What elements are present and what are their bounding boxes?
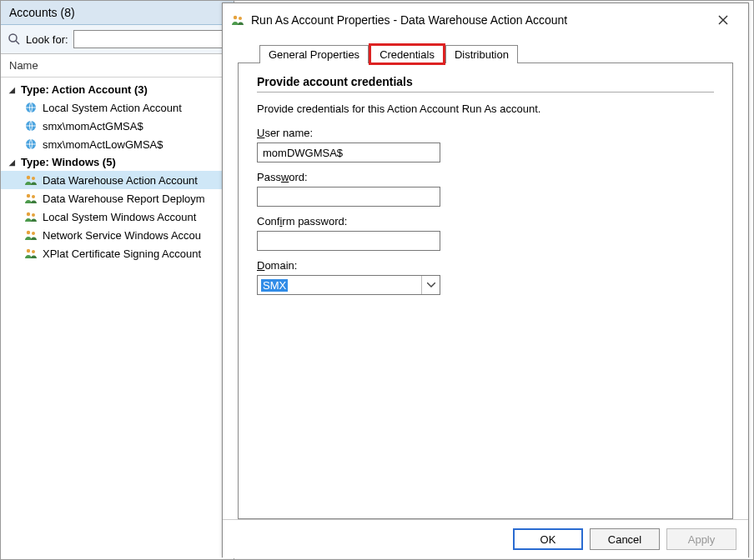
close-button[interactable] bbox=[706, 8, 740, 32]
tabstrip: General PropertiesCredentialsDistributio… bbox=[259, 45, 733, 63]
svg-point-0 bbox=[9, 34, 17, 42]
cancel-button[interactable]: Cancel bbox=[590, 528, 660, 550]
tab-general-properties[interactable]: General Properties bbox=[259, 45, 369, 63]
domain-combobox[interactable]: SMX bbox=[257, 275, 440, 295]
tab-credentials[interactable]: Credentials bbox=[370, 45, 444, 63]
tree-item[interactable]: XPlat Certificate Signing Account bbox=[1, 244, 234, 262]
tree-group-header[interactable]: ◢Type: Windows (5) bbox=[1, 153, 234, 171]
tree-item-label: Data Warehouse Report Deploym bbox=[43, 192, 205, 205]
tree-item[interactable]: Data Warehouse Report Deploym bbox=[1, 189, 234, 208]
tree-group-title: Type: Action Account (3) bbox=[21, 83, 148, 96]
svg-point-7 bbox=[27, 194, 30, 198]
tree-group-header[interactable]: ◢Type: Action Account (3) bbox=[1, 81, 234, 98]
confirm-label: Confirm password: bbox=[257, 215, 714, 228]
tree-item[interactable]: smx\momActGMSA$ bbox=[1, 117, 234, 135]
svg-point-11 bbox=[27, 231, 30, 234]
domain-value: SMX bbox=[261, 279, 421, 292]
username-input[interactable] bbox=[257, 142, 440, 162]
tree-item-label: Network Service Windows Accou bbox=[43, 229, 201, 242]
triangle-collapse-icon: ◢ bbox=[9, 158, 18, 167]
globe-icon bbox=[24, 138, 38, 151]
tree-item-label: smx\momActLowGMSA$ bbox=[43, 138, 163, 151]
tree-item-label: smx\momActGMSA$ bbox=[43, 120, 143, 132]
people-icon bbox=[24, 228, 38, 242]
accounts-tree: ◢Type: Action Account (3)Local System Ac… bbox=[1, 78, 234, 266]
tree-item-label: Data Warehouse Action Account bbox=[43, 174, 198, 187]
svg-point-5 bbox=[27, 176, 30, 179]
people-icon bbox=[24, 210, 38, 223]
dialog-icon bbox=[231, 13, 244, 27]
svg-point-14 bbox=[32, 250, 35, 253]
search-input[interactable] bbox=[73, 30, 227, 48]
triangle-collapse-icon: ◢ bbox=[9, 86, 18, 94]
apply-button[interactable]: Apply bbox=[666, 528, 736, 550]
runas-properties-dialog: Run As Account Properties - Data Warehou… bbox=[222, 2, 749, 558]
search-icon bbox=[8, 32, 21, 46]
tree-item[interactable]: Network Service Windows Accou bbox=[1, 226, 234, 244]
tree-item-label: XPlat Certificate Signing Account bbox=[43, 248, 201, 260]
people-icon bbox=[24, 247, 38, 260]
panel-section-title: Provide account credentials bbox=[257, 75, 714, 92]
confirm-input[interactable] bbox=[257, 231, 440, 251]
tab-distribution[interactable]: Distribution bbox=[445, 45, 518, 63]
tree-item[interactable]: smx\momActLowGMSA$ bbox=[1, 135, 234, 153]
svg-point-13 bbox=[27, 249, 30, 252]
globe-icon bbox=[24, 119, 38, 132]
svg-point-12 bbox=[32, 232, 35, 235]
username-label: User name: bbox=[257, 127, 714, 139]
globe-icon bbox=[24, 101, 38, 114]
dialog-title: Run As Account Properties - Data Warehou… bbox=[251, 13, 700, 27]
svg-point-9 bbox=[27, 212, 30, 216]
tree-item[interactable]: Local System Windows Account bbox=[1, 208, 234, 226]
dialog-button-row: OK Cancel Apply bbox=[223, 519, 748, 558]
password-label: Password: bbox=[257, 171, 714, 183]
tree-item-label: Local System Windows Account bbox=[43, 211, 196, 223]
accounts-header: Accounts (8) bbox=[1, 1, 234, 25]
look-for-row: Look for: bbox=[1, 25, 234, 54]
tree-item[interactable]: Local System Action Account bbox=[1, 98, 234, 117]
credentials-tab-panel: Provide account credentials Provide cred… bbox=[238, 62, 733, 519]
accounts-panel: Accounts (8) Look for: Name ◢Type: Actio… bbox=[1, 1, 234, 559]
ok-button[interactable]: OK bbox=[513, 528, 583, 550]
domain-label: Domain: bbox=[257, 259, 714, 272]
svg-line-1 bbox=[16, 41, 19, 44]
svg-point-8 bbox=[32, 195, 35, 198]
svg-point-6 bbox=[32, 177, 35, 180]
panel-description: Provide credentials for this Action Acco… bbox=[257, 102, 714, 115]
tree-item-label: Local System Action Account bbox=[43, 102, 182, 114]
dialog-body: General PropertiesCredentialsDistributio… bbox=[223, 37, 748, 519]
svg-point-15 bbox=[234, 16, 237, 19]
tree-group-title: Type: Windows (5) bbox=[21, 156, 116, 168]
people-icon bbox=[24, 192, 38, 205]
svg-point-16 bbox=[239, 17, 242, 20]
tree-item[interactable]: Data Warehouse Action Account bbox=[1, 171, 234, 189]
chevron-down-icon[interactable] bbox=[421, 276, 440, 294]
people-icon bbox=[24, 173, 38, 187]
column-header-name[interactable]: Name bbox=[1, 54, 234, 78]
password-input[interactable] bbox=[257, 187, 440, 207]
look-for-label: Look for: bbox=[26, 33, 68, 46]
svg-point-10 bbox=[32, 213, 35, 217]
dialog-titlebar: Run As Account Properties - Data Warehou… bbox=[223, 3, 748, 37]
